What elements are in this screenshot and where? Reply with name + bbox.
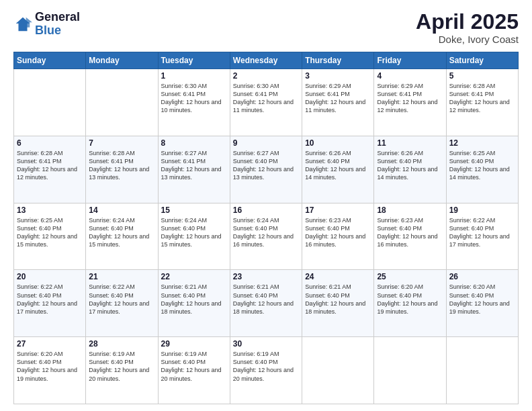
title-block: April 2025 Doke, Ivory Coast <box>416 11 519 45</box>
calendar-header-cell: Thursday <box>302 52 374 69</box>
page: General Blue April 2025 Doke, Ivory Coas… <box>0 0 532 411</box>
day-number: 29 <box>161 339 227 349</box>
day-info: Sunrise: 6:21 AM Sunset: 6:40 PM Dayligh… <box>161 283 227 316</box>
day-number: 21 <box>89 272 154 281</box>
day-info: Sunrise: 6:23 AM Sunset: 6:40 PM Dayligh… <box>305 216 371 249</box>
day-info: Sunrise: 6:20 AM Sunset: 6:40 PM Dayligh… <box>377 283 443 316</box>
calendar-cell: 15Sunrise: 6:24 AM Sunset: 6:40 PM Dayli… <box>158 203 230 270</box>
calendar-header-cell: Friday <box>374 52 446 69</box>
calendar-cell: 24Sunrise: 6:21 AM Sunset: 6:40 PM Dayli… <box>302 270 374 337</box>
day-number: 3 <box>305 71 371 81</box>
day-number: 16 <box>233 205 299 215</box>
day-number: 26 <box>449 272 515 281</box>
logo-text: General Blue <box>35 11 80 38</box>
calendar-cell <box>446 337 518 404</box>
logo-general: General <box>35 11 80 24</box>
day-info: Sunrise: 6:28 AM Sunset: 6:41 PM Dayligh… <box>89 149 154 182</box>
calendar-cell: 3Sunrise: 6:29 AM Sunset: 6:41 PM Daylig… <box>302 69 374 136</box>
day-number: 8 <box>161 138 227 148</box>
day-number: 23 <box>233 272 299 281</box>
day-info: Sunrise: 6:30 AM Sunset: 6:41 PM Dayligh… <box>161 82 227 115</box>
day-number: 20 <box>17 272 83 281</box>
day-number: 9 <box>233 138 299 148</box>
day-number: 1 <box>161 71 227 81</box>
calendar-cell: 8Sunrise: 6:27 AM Sunset: 6:41 PM Daylig… <box>158 136 230 203</box>
calendar-header-cell: Wednesday <box>230 52 302 69</box>
calendar-cell <box>14 69 86 136</box>
day-info: Sunrise: 6:29 AM Sunset: 6:41 PM Dayligh… <box>305 82 371 115</box>
day-info: Sunrise: 6:19 AM Sunset: 6:40 PM Dayligh… <box>89 350 154 383</box>
calendar-week-row: 27Sunrise: 6:20 AM Sunset: 6:40 PM Dayli… <box>14 337 519 404</box>
calendar-cell: 14Sunrise: 6:24 AM Sunset: 6:40 PM Dayli… <box>86 203 158 270</box>
calendar-cell <box>374 337 446 404</box>
calendar-cell: 16Sunrise: 6:24 AM Sunset: 6:40 PM Dayli… <box>230 203 302 270</box>
calendar-header-cell: Saturday <box>446 52 518 69</box>
day-info: Sunrise: 6:25 AM Sunset: 6:40 PM Dayligh… <box>449 149 515 182</box>
day-info: Sunrise: 6:30 AM Sunset: 6:41 PM Dayligh… <box>233 82 299 115</box>
day-info: Sunrise: 6:22 AM Sunset: 6:40 PM Dayligh… <box>89 283 154 316</box>
logo-icon <box>13 15 32 34</box>
day-number: 10 <box>305 138 371 148</box>
calendar-cell: 1Sunrise: 6:30 AM Sunset: 6:41 PM Daylig… <box>158 69 230 136</box>
calendar-cell: 7Sunrise: 6:28 AM Sunset: 6:41 PM Daylig… <box>86 136 158 203</box>
calendar-cell: 4Sunrise: 6:29 AM Sunset: 6:41 PM Daylig… <box>374 69 446 136</box>
calendar-cell: 20Sunrise: 6:22 AM Sunset: 6:40 PM Dayli… <box>14 270 86 337</box>
day-info: Sunrise: 6:26 AM Sunset: 6:40 PM Dayligh… <box>377 149 443 182</box>
day-info: Sunrise: 6:20 AM Sunset: 6:40 PM Dayligh… <box>449 283 515 316</box>
day-info: Sunrise: 6:23 AM Sunset: 6:40 PM Dayligh… <box>377 216 443 249</box>
day-number: 5 <box>449 71 515 81</box>
calendar-cell: 17Sunrise: 6:23 AM Sunset: 6:40 PM Dayli… <box>302 203 374 270</box>
calendar-cell: 26Sunrise: 6:20 AM Sunset: 6:40 PM Dayli… <box>446 270 518 337</box>
calendar-cell: 2Sunrise: 6:30 AM Sunset: 6:41 PM Daylig… <box>230 69 302 136</box>
day-number: 7 <box>89 138 154 148</box>
day-info: Sunrise: 6:24 AM Sunset: 6:40 PM Dayligh… <box>233 216 299 249</box>
calendar-week-row: 6Sunrise: 6:28 AM Sunset: 6:41 PM Daylig… <box>14 136 519 203</box>
title-month: April 2025 <box>416 11 519 32</box>
calendar-cell: 30Sunrise: 6:19 AM Sunset: 6:40 PM Dayli… <box>230 337 302 404</box>
calendar-header-cell: Tuesday <box>158 52 230 69</box>
calendar-cell: 25Sunrise: 6:20 AM Sunset: 6:40 PM Dayli… <box>374 270 446 337</box>
day-number: 28 <box>89 339 154 349</box>
calendar-table: SundayMondayTuesdayWednesdayThursdayFrid… <box>13 52 519 404</box>
calendar-cell: 6Sunrise: 6:28 AM Sunset: 6:41 PM Daylig… <box>14 136 86 203</box>
day-info: Sunrise: 6:24 AM Sunset: 6:40 PM Dayligh… <box>89 216 154 249</box>
calendar-week-row: 1Sunrise: 6:30 AM Sunset: 6:41 PM Daylig… <box>14 69 519 136</box>
title-location: Doke, Ivory Coast <box>416 34 519 45</box>
day-info: Sunrise: 6:22 AM Sunset: 6:40 PM Dayligh… <box>17 283 83 316</box>
day-info: Sunrise: 6:20 AM Sunset: 6:40 PM Dayligh… <box>17 350 83 383</box>
day-number: 11 <box>377 138 443 148</box>
calendar-header-cell: Sunday <box>14 52 86 69</box>
day-info: Sunrise: 6:22 AM Sunset: 6:40 PM Dayligh… <box>449 216 515 249</box>
day-info: Sunrise: 6:24 AM Sunset: 6:40 PM Dayligh… <box>161 216 227 249</box>
day-info: Sunrise: 6:27 AM Sunset: 6:40 PM Dayligh… <box>233 149 299 182</box>
calendar-cell: 10Sunrise: 6:26 AM Sunset: 6:40 PM Dayli… <box>302 136 374 203</box>
calendar-cell: 5Sunrise: 6:28 AM Sunset: 6:41 PM Daylig… <box>446 69 518 136</box>
calendar-cell: 23Sunrise: 6:21 AM Sunset: 6:40 PM Dayli… <box>230 270 302 337</box>
calendar-cell: 12Sunrise: 6:25 AM Sunset: 6:40 PM Dayli… <box>446 136 518 203</box>
day-info: Sunrise: 6:28 AM Sunset: 6:41 PM Dayligh… <box>17 149 83 182</box>
day-number: 13 <box>17 205 83 215</box>
day-number: 15 <box>161 205 227 215</box>
calendar-header-row: SundayMondayTuesdayWednesdayThursdayFrid… <box>14 52 519 69</box>
day-info: Sunrise: 6:19 AM Sunset: 6:40 PM Dayligh… <box>233 350 299 383</box>
day-number: 2 <box>233 71 299 81</box>
header: General Blue April 2025 Doke, Ivory Coas… <box>13 11 519 45</box>
calendar-cell: 18Sunrise: 6:23 AM Sunset: 6:40 PM Dayli… <box>374 203 446 270</box>
day-number: 18 <box>377 205 443 215</box>
day-info: Sunrise: 6:28 AM Sunset: 6:41 PM Dayligh… <box>449 82 515 115</box>
day-number: 19 <box>449 205 515 215</box>
logo: General Blue <box>13 11 80 38</box>
day-info: Sunrise: 6:27 AM Sunset: 6:41 PM Dayligh… <box>161 149 227 182</box>
day-number: 27 <box>17 339 83 349</box>
calendar-cell: 19Sunrise: 6:22 AM Sunset: 6:40 PM Dayli… <box>446 203 518 270</box>
day-number: 14 <box>89 205 154 215</box>
day-info: Sunrise: 6:29 AM Sunset: 6:41 PM Dayligh… <box>377 82 443 115</box>
calendar-cell: 29Sunrise: 6:19 AM Sunset: 6:40 PM Dayli… <box>158 337 230 404</box>
day-number: 6 <box>17 138 83 148</box>
calendar-cell: 27Sunrise: 6:20 AM Sunset: 6:40 PM Dayli… <box>14 337 86 404</box>
calendar-cell: 11Sunrise: 6:26 AM Sunset: 6:40 PM Dayli… <box>374 136 446 203</box>
calendar-cell: 21Sunrise: 6:22 AM Sunset: 6:40 PM Dayli… <box>86 270 158 337</box>
calendar-cell: 13Sunrise: 6:25 AM Sunset: 6:40 PM Dayli… <box>14 203 86 270</box>
day-number: 12 <box>449 138 515 148</box>
calendar-cell: 22Sunrise: 6:21 AM Sunset: 6:40 PM Dayli… <box>158 270 230 337</box>
